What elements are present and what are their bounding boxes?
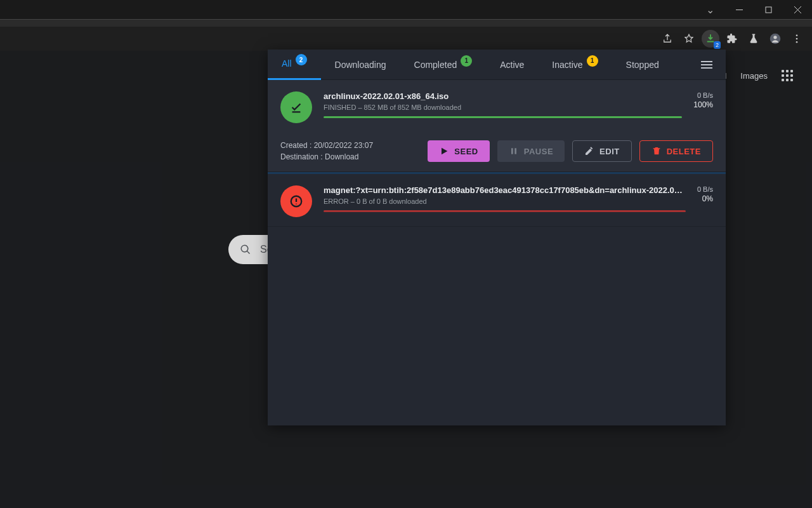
- extensions-puzzle-icon[interactable]: [722, 29, 742, 49]
- download-percent: 0%: [697, 194, 713, 203]
- download-created: Created : 20/02/2022 23:07: [280, 140, 420, 151]
- download-item[interactable]: magnet:?xt=urn:btih:2f58e7d13e89abb76ed3…: [268, 174, 726, 227]
- download-item[interactable]: archlinux-2022.02.01-x86_64.iso FINISHED…: [268, 80, 726, 172]
- window-minimize[interactable]: [724, 0, 754, 19]
- tab-stopped[interactable]: Stopped: [612, 50, 673, 80]
- download-percent: 100%: [693, 100, 713, 109]
- profile-avatar-icon[interactable]: [765, 29, 785, 49]
- seed-button[interactable]: SEED: [428, 140, 489, 162]
- svg-point-3: [796, 34, 798, 36]
- tab-inactive-badge: 1: [587, 55, 598, 67]
- svg-rect-0: [766, 7, 771, 13]
- svg-point-5: [796, 41, 798, 43]
- tab-downloading[interactable]: Downloading: [321, 50, 400, 80]
- labs-flask-icon[interactable]: [743, 29, 764, 49]
- download-rate: 0 B/s: [697, 185, 713, 193]
- window-tab-dropdown[interactable]: ⌄: [695, 0, 724, 19]
- download-manager-panel: All2 Downloading Completed1 Active Inact…: [268, 50, 726, 425]
- tab-inactive[interactable]: Inactive1: [538, 50, 612, 80]
- browser-toolbar: 2: [0, 27, 812, 51]
- svg-rect-6: [511, 148, 513, 154]
- download-title: archlinux-2022.02.01-x86_64.iso: [324, 91, 682, 101]
- download-subtitle: FINISHED – 852 MB of 852 MB downloaded: [324, 104, 682, 111]
- chrome-menu-icon[interactable]: [787, 29, 807, 49]
- download-rate: 0 B/s: [693, 91, 713, 99]
- window-close[interactable]: [783, 0, 812, 19]
- svg-point-4: [796, 38, 798, 40]
- svg-rect-7: [514, 148, 516, 154]
- window-maximize[interactable]: [754, 0, 783, 19]
- menu-icon[interactable]: [694, 52, 719, 77]
- download-title: magnet:?xt=urn:btih:2f58e7d13e89abb76ed3…: [324, 185, 686, 195]
- svg-point-2: [773, 36, 776, 39]
- share-icon[interactable]: [657, 29, 678, 49]
- filter-tabs: All2 Downloading Completed1 Active Inact…: [268, 50, 726, 80]
- browser-tabstrip: [0, 19, 812, 27]
- tab-all-badge: 2: [296, 54, 307, 65]
- tab-completed-badge: 1: [461, 55, 472, 67]
- tab-completed[interactable]: Completed1: [400, 50, 487, 80]
- progress-fill: [324, 116, 682, 118]
- status-error-icon: [280, 185, 312, 217]
- bookmark-star-icon[interactable]: [679, 29, 699, 49]
- download-manager-extension-icon[interactable]: 2: [700, 29, 721, 49]
- progress-fill: [324, 210, 686, 212]
- tab-active[interactable]: Active: [486, 50, 538, 80]
- progress-bar: [324, 210, 686, 212]
- tab-all[interactable]: All2: [268, 50, 321, 80]
- progress-bar: [324, 116, 682, 118]
- delete-button[interactable]: DELETE: [639, 140, 713, 162]
- titlebar: ⌄: [0, 0, 812, 19]
- download-destination: Destination : Download: [280, 151, 420, 163]
- extension-badge: 2: [714, 41, 721, 49]
- pause-button[interactable]: PAUSE: [497, 140, 565, 162]
- status-finished-icon: [280, 91, 312, 123]
- download-subtitle: ERROR – 0 B of 0 B downloaded: [324, 197, 686, 205]
- edit-button[interactable]: EDIT: [572, 140, 632, 162]
- download-meta: Created : 20/02/2022 23:07 Destination :…: [280, 140, 420, 163]
